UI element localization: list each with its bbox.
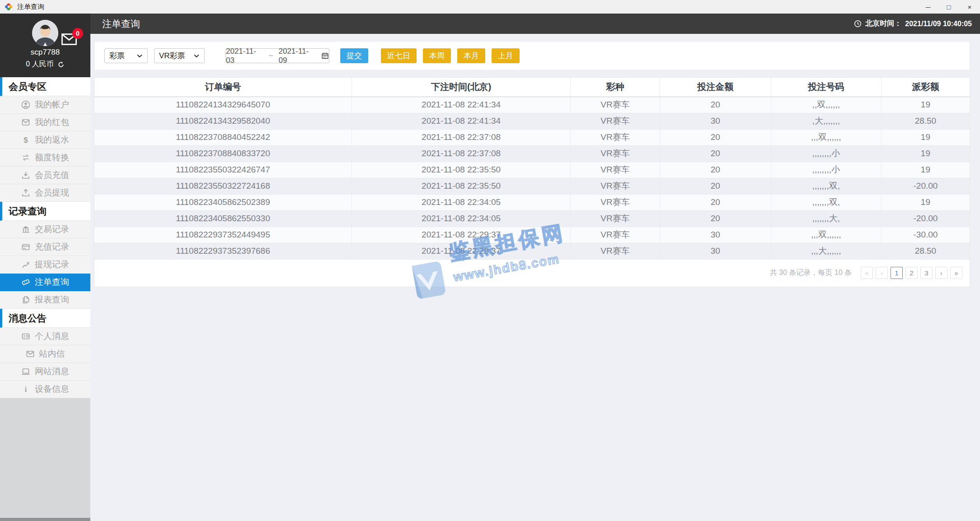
refresh-icon[interactable] [57,61,65,68]
mail-notification[interactable]: 0 [61,33,77,45]
quick-button-this-month[interactable]: 本月 [457,48,485,63]
sidebar-section-message-announce: 消息公告 [0,309,90,328]
avatar[interactable] [32,20,58,46]
info-icon: i [21,385,30,394]
page-button-page-3[interactable]: 3 [920,267,933,279]
profile-panel: 0 scp7788 0 人民币 [0,14,90,77]
cell-lottery: VR赛车 [571,162,660,178]
sidebar-item-label: 交易记录 [35,223,69,235]
window-titlebar: 注单查询 ─□× [0,0,980,14]
card-icon [21,242,30,251]
lottery-category-select[interactable]: 彩票 [104,48,148,63]
cell-payout: -20.00 [881,178,970,194]
calendar-icon [321,52,329,60]
cell-bet_time: 2021-11-08 22:35:50 [352,162,570,178]
cell-payout: -30.00 [881,227,970,243]
col-header-lottery: 彩种 [571,78,660,97]
cell-bet_time: 2021-11-08 22:29:37 [352,243,570,259]
bet-orders-card: 订单编号下注时间(北京)彩种投注金额投注号码派彩额 11108224134329… [94,77,970,287]
date-from-value: 2021-11-03 [226,47,263,65]
cell-amount: 20 [660,129,771,145]
username: scp7788 [0,48,90,57]
sidebar: 0 scp7788 0 人民币 会员专区我的帐户我的红包$我的返水额度转换会员充… [0,14,90,521]
sidebar-item-label: 额度转换 [35,152,69,163]
deposit-icon [21,171,30,180]
page-button-first[interactable]: « [861,267,873,279]
cell-amount: 30 [660,227,771,243]
cell-lottery: VR赛车 [571,145,660,162]
sidebar-item-withdraw-records[interactable]: 提现记录 [0,256,90,274]
cell-order_no: 11108223708840833720 [94,145,352,162]
window-title: 注单查询 [17,3,44,11]
sidebar-item-transaction-records[interactable]: 交易记录 [0,221,90,238]
cell-amount: 20 [660,210,771,227]
sidebar-item-site-mail[interactable]: 站内信 [0,345,90,363]
sidebar-section-member-zone: 会员专区 [0,77,90,96]
submit-button[interactable]: 提交 [340,48,368,63]
table-body: 111082241343296450702021-11-08 22:41:34V… [94,97,970,259]
monitor-icon [21,367,30,376]
sidebar-item-my-rebate[interactable]: $我的返水 [0,131,90,149]
table-row: 111082235503224267472021-11-08 22:35:50V… [94,162,970,178]
sidebar-item-label: 提现记录 [35,259,69,270]
cell-order_no: 11108224134329645070 [94,97,352,113]
page-button-page-2[interactable]: 2 [905,267,918,279]
withdraw-icon [21,188,30,197]
sidebar-item-device-info[interactable]: i设备信息 [0,381,90,398]
quick-button-last-7-days[interactable]: 近七日 [381,48,417,63]
quick-filters: 近七日本周本月上月 [381,48,520,63]
chevron-down-icon [136,53,143,59]
sidebar-item-my-redpacket[interactable]: 我的红包 [0,114,90,131]
date-range-input[interactable]: 2021-11-03 ~ 2021-11-09 [225,48,329,63]
lottery-type-select[interactable]: VR彩票 [154,48,205,63]
page-button-page-1[interactable]: 1 [891,267,903,279]
chart-icon [21,260,30,269]
red-packet-icon [21,118,30,127]
beijing-time: 北京时间：2021/11/09 10:40:05 [854,19,972,28]
close-button[interactable]: × [959,0,980,14]
cell-amount: 20 [660,162,771,178]
cell-bet_time: 2021-11-08 22:34:05 [352,210,570,227]
sidebar-item-label: 充值记录 [35,241,69,253]
cell-amount: 30 [660,113,771,129]
cell-order_no: 11108223405862550330 [94,210,352,227]
sidebar-item-my-account[interactable]: 我的帐户 [0,96,90,114]
page-button-next[interactable]: › [935,267,947,279]
maximize-button[interactable]: □ [938,0,959,14]
sidebar-item-label: 我的帐户 [35,99,69,111]
cell-payout: 28.50 [881,243,970,259]
cell-payout: 19 [881,194,970,210]
table-row: 111082229373523976862021-11-08 22:29:37V… [94,243,970,259]
sidebar-item-report-query[interactable]: 报表查询 [0,291,90,309]
ticket-icon [21,278,30,287]
sidebar-section-record-query: 记录查询 [0,202,90,221]
mail-icon [26,349,35,358]
table-row: 111082234058625023892021-11-08 22:34:05V… [94,194,970,210]
pagination: 共 30 条记录，每页 10 条 «‹123›» [94,260,970,287]
cell-bet_time: 2021-11-08 22:35:50 [352,178,570,194]
cell-lottery: VR赛车 [571,243,660,259]
balance-text: 0 人民币 [26,60,53,69]
sidebar-item-member-deposit[interactable]: 会员充值 [0,167,90,184]
quick-button-last-month[interactable]: 上月 [492,48,520,63]
cell-payout: 19 [881,129,970,145]
sidebar-item-personal-messages[interactable]: 个人消息 [0,328,90,345]
cell-lottery: VR赛车 [571,113,660,129]
quick-button-this-week[interactable]: 本周 [423,48,451,63]
sidebar-item-deposit-records[interactable]: 充值记录 [0,238,90,256]
page-title: 注单查询 [102,18,140,30]
app-body: 0 scp7788 0 人民币 会员专区我的帐户我的红包$我的返水额度转换会员充… [0,14,980,521]
sidebar-item-bet-query[interactable]: 注单查询 [0,274,90,291]
cell-bet_time: 2021-11-08 22:34:05 [352,194,570,210]
table-row: 111082237088408337202021-11-08 22:37:08V… [94,145,970,162]
horizontal-scrollbar[interactable] [0,518,90,521]
sidebar-item-member-withdraw[interactable]: 会员提现 [0,184,90,202]
sidebar-menu: 会员专区我的帐户我的红包$我的返水额度转换会员充值会员提现记录查询交易记录充值记… [0,77,90,398]
page-button-prev[interactable]: ‹ [876,267,888,279]
page-button-last[interactable]: » [950,267,962,279]
page-header: 注单查询 北京时间：2021/11/09 10:40:05 [90,14,980,34]
minimize-button[interactable]: ─ [918,0,938,14]
sidebar-item-credit-transfer[interactable]: 额度转换 [0,149,90,167]
sidebar-item-website-messages[interactable]: 网站消息 [0,363,90,381]
cell-numbers: ,,,,,,,,小 [771,145,881,162]
